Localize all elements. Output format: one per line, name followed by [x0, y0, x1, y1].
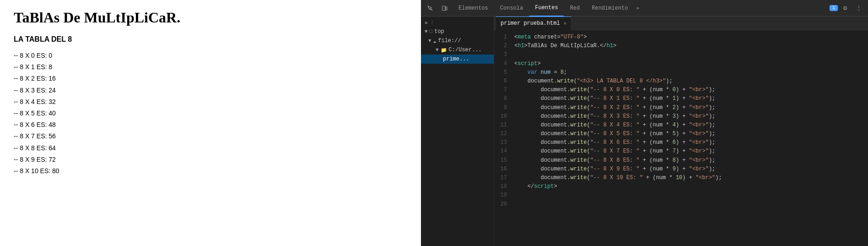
tree-item-primer[interactable]: prime... — [421, 55, 494, 64]
tab-elementos[interactable]: Elementos — [453, 0, 494, 16]
code-line: document.write("-- 8 X 9 ES: " + (num * … — [514, 165, 868, 174]
code-line: <meta charset="UTF-8"> — [514, 33, 868, 42]
file-tree-more[interactable]: » ⋮ — [421, 18, 494, 27]
code-line — [514, 191, 868, 200]
tree-label-top: top — [434, 28, 444, 35]
code-tabs: primer prueba.html ✕ — [494, 16, 868, 30]
code-body: 1234567891011121314151617181920 <meta ch… — [494, 30, 868, 246]
code-line: document.write("-- 8 X 3 ES: " + (num * … — [514, 112, 868, 121]
devtools-panel: Elementos Consola Fuentes Red Rendimient… — [421, 0, 868, 246]
tree-item-top[interactable]: ▼ □ top — [421, 27, 494, 36]
code-line: document.write("-- 8 X 5 ES: " + (num * … — [514, 130, 868, 138]
inspect-icon[interactable] — [424, 2, 437, 15]
table-line: -- 8 X 9 ES: 72 — [14, 154, 407, 165]
code-line — [514, 200, 868, 209]
code-line: document.write("-- 8 X 2 ES: " + (num * … — [514, 104, 868, 112]
settings-icon[interactable]: ⚙ — [839, 2, 852, 15]
tab-fuentes[interactable]: Fuentes — [529, 0, 563, 16]
cloud-icon: ☁ — [433, 38, 437, 44]
code-line: var num = 8; — [514, 68, 868, 77]
more-icon: » — [425, 20, 428, 26]
more-tabs-icon[interactable]: » — [634, 5, 641, 11]
multiplication-table: -- 8 X 0 ES: 0-- 8 X 1 ES: 8-- 8 X 2 ES:… — [14, 50, 407, 177]
table-subtitle: LA TABLA DEL 8 — [14, 35, 407, 44]
devtools-tabs: Elementos Consola Fuentes Red Rendimient… — [453, 0, 641, 16]
code-line: document.write("-- 8 X 0 ES: " + (num * … — [514, 86, 868, 94]
line-numbers: 1234567891011121314151617181920 — [494, 30, 511, 246]
folder-icon-cuser: 📁 — [441, 47, 447, 53]
svg-line-0 — [431, 8, 433, 11]
table-line: -- 8 X 2 ES: 16 — [14, 73, 407, 84]
file-tree-more-label: ⋮ — [430, 20, 435, 26]
tree-label-primer: prime... — [443, 56, 469, 62]
code-line: <h1>TaBlAs De MuLtIpLiCaR.</h1> — [514, 42, 868, 50]
code-line: document.write("-- 8 X 10 ES: " + (num *… — [514, 174, 868, 182]
tree-label-file: file:// — [438, 38, 461, 44]
tab-red[interactable]: Red — [565, 0, 586, 16]
tree-item-file[interactable]: ▼ ☁ file:// — [421, 36, 494, 45]
more-options-icon[interactable]: ⋮ — [852, 2, 865, 15]
code-tab-label: primer prueba.html — [501, 20, 560, 27]
table-line: -- 8 X 6 ES: 48 — [14, 119, 407, 131]
table-line: -- 8 X 5 ES: 40 — [14, 108, 407, 119]
tree-item-cuser[interactable]: ▼ 📁 C:/User... — [421, 45, 494, 55]
table-line: -- 8 X 8 ES: 64 — [14, 142, 407, 154]
arrow-icon-file: ▼ — [428, 38, 431, 44]
devtools-content: » ⋮ ▼ □ top ▼ ☁ file:// ▼ 📁 C:/User... — [421, 16, 868, 246]
code-line: document.write("-- 8 X 6 ES: " + (num * … — [514, 138, 868, 147]
code-panel: primer prueba.html ✕ 1234567891011121314… — [494, 16, 868, 246]
table-line: -- 8 X 7 ES: 56 — [14, 131, 407, 142]
code-tab-primer[interactable]: primer prueba.html ✕ — [496, 16, 571, 30]
browser-page: TaBlAs De MuLtIpLiCaR. LA TABLA DEL 8 --… — [0, 0, 421, 246]
tab-rendimiento[interactable]: Rendimiento — [586, 0, 633, 16]
table-line: -- 8 X 1 ES: 8 — [14, 61, 407, 73]
table-line: -- 8 X 4 ES: 32 — [14, 96, 407, 108]
code-line: <script> — [514, 60, 868, 68]
code-line: document.write("-- 8 X 8 ES: " + (num * … — [514, 156, 868, 165]
page-title: TaBlAs De MuLtIpLiCaR. — [14, 9, 407, 26]
arrow-icon-cuser: ▼ — [436, 47, 439, 53]
svg-rect-1 — [442, 6, 445, 11]
notification-badge: 1 — [830, 5, 838, 11]
devtools-topbar: Elementos Consola Fuentes Red Rendimient… — [421, 0, 868, 16]
devtools-right-icons: 1 ⚙ ⋮ — [830, 2, 865, 15]
code-line — [514, 50, 868, 59]
code-lines: <meta charset="UTF-8"><h1>TaBlAs De MuLt… — [511, 30, 868, 246]
arrow-icon: ▼ — [425, 29, 428, 34]
device-icon[interactable] — [438, 2, 451, 15]
table-line: -- 8 X 3 ES: 24 — [14, 85, 407, 96]
file-tree-panel: » ⋮ ▼ □ top ▼ ☁ file:// ▼ 📁 C:/User... — [421, 16, 494, 246]
tab-consola[interactable]: Consola — [495, 0, 528, 16]
svg-rect-2 — [446, 7, 447, 10]
table-line: -- 8 X 0 ES: 0 — [14, 50, 407, 61]
code-line: document.write("-- 8 X 7 ES: " + (num * … — [514, 147, 868, 156]
code-line: document.write("-- 8 X 4 ES: " + (num * … — [514, 121, 868, 130]
table-line: -- 8 X 10 ES: 80 — [14, 165, 407, 177]
code-line: </script> — [514, 182, 868, 191]
code-line: document.write("<h3> LA TABLA DEL 8 </h3… — [514, 77, 868, 86]
folder-icon-top: □ — [430, 29, 433, 34]
close-tab-icon[interactable]: ✕ — [564, 21, 566, 26]
tree-label-cuser: C:/User... — [449, 47, 482, 53]
code-line: document.write("-- 8 X 1 ES: " + (num * … — [514, 94, 868, 103]
